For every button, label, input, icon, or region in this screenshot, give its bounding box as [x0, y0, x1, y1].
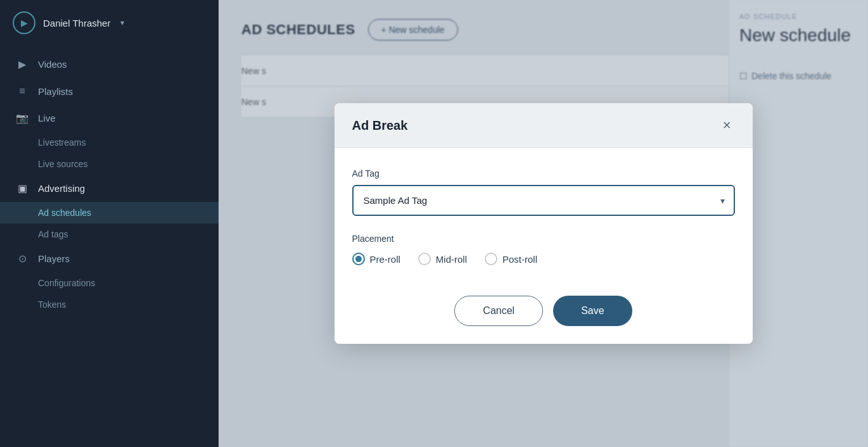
avatar: ▶	[13, 11, 35, 34]
modal-header: Ad Break ×	[335, 103, 753, 148]
radio-mid-roll[interactable]: Mid-roll	[418, 253, 467, 265]
modal-overlay: Ad Break × Ad Tag Sample Ad Tag Ad Tag 2…	[219, 0, 868, 447]
main-content: AD SCHEDULES + New schedule New s New s …	[219, 0, 868, 447]
radio-circle-mid-roll	[418, 253, 431, 265]
sidebar-nav: ▶ Videos ≡ Playlists 📷 Live Livestreams …	[0, 46, 219, 447]
sidebar-label-videos: Videos	[38, 59, 67, 70]
sidebar-item-configurations[interactable]: Configurations	[0, 272, 219, 294]
pre-roll-label: Pre-roll	[370, 254, 400, 265]
modal-close-button[interactable]: ×	[719, 117, 735, 134]
sidebar-label-playlists: Playlists	[38, 86, 73, 97]
ad-tag-select-wrapper: Sample Ad Tag Ad Tag 2 Ad Tag 3 ▾	[352, 185, 735, 216]
username-label: Daniel Thrasher	[43, 18, 110, 28]
placement-label: Placement	[352, 234, 735, 244]
sidebar-label-players: Players	[38, 253, 70, 264]
players-icon: ⊙	[15, 253, 29, 265]
post-roll-label: Post-roll	[502, 254, 537, 265]
modal-title: Ad Break	[352, 118, 408, 133]
sidebar-item-videos[interactable]: ▶ Videos	[0, 51, 219, 78]
sidebar-item-tokens[interactable]: Tokens	[0, 294, 219, 315]
radio-pre-roll[interactable]: Pre-roll	[352, 253, 400, 265]
sidebar-label-advertising: Advertising	[38, 183, 85, 194]
radio-circle-post-roll	[485, 253, 497, 265]
radio-circle-pre-roll	[352, 253, 365, 265]
sidebar-label-live: Live	[38, 113, 56, 123]
play-icon: ▶	[15, 58, 29, 70]
sidebar-item-playlists[interactable]: ≡ Playlists	[0, 78, 219, 104]
list-icon: ≡	[15, 85, 29, 97]
ad-break-modal: Ad Break × Ad Tag Sample Ad Tag Ad Tag 2…	[335, 103, 753, 344]
camera-icon: 📷	[15, 112, 29, 124]
radio-post-roll[interactable]: Post-roll	[485, 253, 537, 265]
sidebar-item-advertising[interactable]: ▣ Advertising	[0, 175, 219, 202]
ad-tag-select[interactable]: Sample Ad Tag Ad Tag 2 Ad Tag 3	[352, 185, 735, 216]
placement-options: Pre-roll Mid-roll Post-roll	[352, 253, 735, 265]
sidebar-item-ad-schedules[interactable]: Ad schedules	[0, 202, 219, 224]
mid-roll-label: Mid-roll	[436, 254, 467, 265]
sidebar-header[interactable]: ▶ Daniel Thrasher ▾	[0, 0, 219, 46]
save-button[interactable]: Save	[553, 296, 632, 326]
radio-dot-pre-roll	[355, 256, 362, 262]
sidebar-item-live[interactable]: 📷 Live	[0, 104, 219, 132]
sidebar-item-livestreams[interactable]: Livestreams	[0, 132, 219, 153]
modal-body: Ad Tag Sample Ad Tag Ad Tag 2 Ad Tag 3 ▾…	[335, 148, 753, 283]
ad-tag-label: Ad Tag	[352, 168, 735, 179]
chevron-down-icon: ▾	[120, 18, 124, 27]
modal-footer: Cancel Save	[335, 283, 753, 344]
sidebar-item-players[interactable]: ⊙ Players	[0, 245, 219, 272]
cancel-button[interactable]: Cancel	[454, 296, 543, 326]
sidebar-item-live-sources[interactable]: Live sources	[0, 153, 219, 175]
sidebar-item-ad-tags[interactable]: Ad tags	[0, 224, 219, 245]
sidebar: ▶ Daniel Thrasher ▾ ▶ Videos ≡ Playlists…	[0, 0, 219, 447]
advertising-icon: ▣	[15, 182, 29, 194]
